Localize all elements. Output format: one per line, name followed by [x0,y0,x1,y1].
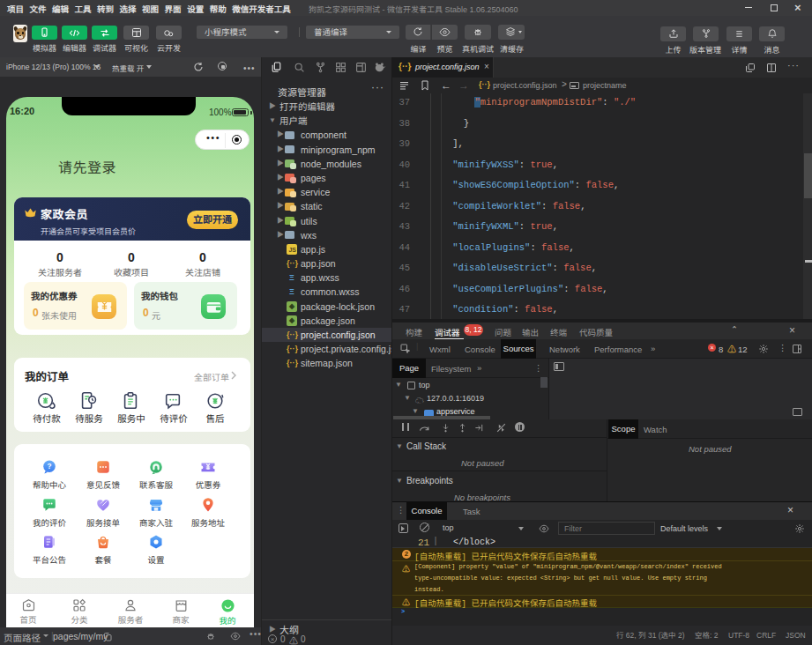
svg-text:?: ? [47,463,51,471]
